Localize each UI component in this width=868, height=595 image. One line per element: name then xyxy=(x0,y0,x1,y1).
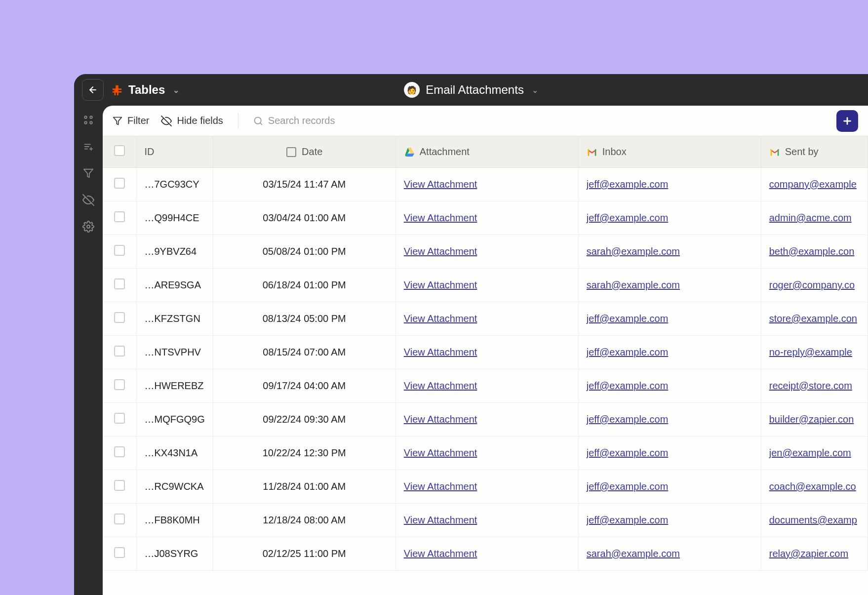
row-checkbox[interactable] xyxy=(114,514,125,524)
cell-id: …9YBVZ64 xyxy=(136,235,213,269)
sent-by-link[interactable]: company@example xyxy=(769,179,857,190)
cell-date: 03/15/24 11:47 AM xyxy=(213,168,395,201)
row-checkbox[interactable] xyxy=(114,379,125,390)
table-row[interactable]: …Q99H4CE 03/04/24 01:00 AM View Attachme… xyxy=(103,201,868,235)
toolbar: Filter Hide fields xyxy=(103,106,868,136)
view-attachment-link[interactable]: View Attachment xyxy=(404,481,477,492)
view-attachment-link[interactable]: View Attachment xyxy=(404,515,477,525)
view-attachment-link[interactable]: View Attachment xyxy=(404,179,477,190)
sent-by-link[interactable]: no-reply@example xyxy=(769,347,852,357)
view-attachment-link[interactable]: View Attachment xyxy=(404,347,477,357)
table-row[interactable]: …J08SYRG 02/12/25 11:00 PM View Attachme… xyxy=(103,537,868,571)
inbox-link[interactable]: jeff@example.com xyxy=(587,414,669,425)
row-checkbox[interactable] xyxy=(114,547,125,558)
apps-icon[interactable] xyxy=(82,114,95,126)
row-checkbox[interactable] xyxy=(114,346,125,357)
row-checkbox[interactable] xyxy=(114,446,125,457)
view-attachment-link[interactable]: View Attachment xyxy=(404,414,477,425)
table-row[interactable]: …KFZSTGN 08/13/24 05:00 PM View Attachme… xyxy=(103,302,868,336)
zapier-logo-icon xyxy=(112,84,122,95)
row-checkbox[interactable] xyxy=(114,211,125,222)
chevron-down-icon: ⌄ xyxy=(532,85,538,95)
table-row[interactable]: …7GC93CY 03/15/24 11:47 AM View Attachme… xyxy=(103,168,868,201)
table-row[interactable]: …9YBVZ64 05/08/24 01:00 PM View Attachme… xyxy=(103,235,868,269)
svg-point-2 xyxy=(90,116,92,119)
sent-by-link[interactable]: beth@example.con xyxy=(769,246,855,257)
col-header-inbox[interactable]: Inbox xyxy=(578,136,761,168)
row-checkbox[interactable] xyxy=(114,413,125,424)
sent-by-link[interactable]: coach@example.co xyxy=(769,481,856,492)
table-row[interactable]: …ARE9SGA 06/18/24 01:00 PM View Attachme… xyxy=(103,269,868,302)
add-record-button[interactable] xyxy=(836,110,858,132)
records-table: ID Date Attachment xyxy=(103,136,868,571)
view-attachment-link[interactable]: View Attachment xyxy=(404,313,477,324)
col-header-id[interactable]: ID xyxy=(136,136,213,168)
sent-by-link[interactable]: roger@company.co xyxy=(769,279,855,290)
row-checkbox[interactable] xyxy=(114,480,125,491)
cell-id: …ARE9SGA xyxy=(136,269,213,302)
sent-by-link[interactable]: store@example.con xyxy=(769,313,857,324)
inbox-link[interactable]: sarah@example.com xyxy=(587,246,680,257)
view-attachment-link[interactable]: View Attachment xyxy=(404,380,477,391)
view-attachment-link[interactable]: View Attachment xyxy=(404,279,477,290)
inbox-link[interactable]: jeff@example.com xyxy=(587,347,669,357)
col-header-sent-by[interactable]: Sent by xyxy=(761,136,868,168)
cell-date: 09/22/24 09:30 AM xyxy=(213,403,395,436)
row-checkbox[interactable] xyxy=(114,312,125,323)
sent-by-link[interactable]: jen@example.com xyxy=(769,447,851,458)
table-row[interactable]: …NTSVPHV 08/15/24 07:00 AM View Attachme… xyxy=(103,336,868,369)
filter-button[interactable]: Filter xyxy=(113,115,149,126)
select-all-checkbox[interactable] xyxy=(114,145,125,156)
table-wrap: ID Date Attachment xyxy=(103,136,868,595)
sent-by-link[interactable]: documents@examp xyxy=(769,515,857,525)
col-header-date[interactable]: Date xyxy=(213,136,395,168)
table-row[interactable]: …FB8K0MH 12/18/24 08:00 AM View Attachme… xyxy=(103,504,868,537)
view-attachment-link[interactable]: View Attachment xyxy=(404,447,477,458)
row-checkbox[interactable] xyxy=(114,245,125,256)
inbox-link[interactable]: sarah@example.com xyxy=(587,548,680,559)
search-input[interactable] xyxy=(268,115,416,126)
inbox-link[interactable]: jeff@example.com xyxy=(587,380,669,391)
hide-fields-button[interactable]: Hide fields xyxy=(161,115,223,126)
view-attachment-link[interactable]: View Attachment xyxy=(404,212,477,223)
table-title-block[interactable]: 🧑 Email Attachments ⌄ xyxy=(404,82,538,98)
sent-by-link[interactable]: receipt@store.com xyxy=(769,380,852,391)
cell-id: …Q99H4CE xyxy=(136,201,213,235)
cell-id: …FB8K0MH xyxy=(136,504,213,537)
inbox-link[interactable]: sarah@example.com xyxy=(587,279,680,290)
inbox-link[interactable]: jeff@example.com xyxy=(587,179,669,190)
table-row[interactable]: …MQFGQ9G 09/22/24 09:30 AM View Attachme… xyxy=(103,403,868,436)
sent-by-link[interactable]: admin@acme.com xyxy=(769,212,852,223)
inbox-link[interactable]: jeff@example.com xyxy=(587,481,669,492)
col-header-attachment[interactable]: Attachment xyxy=(395,136,578,168)
col-header-checkbox[interactable] xyxy=(103,136,136,168)
hide-icon[interactable] xyxy=(82,194,95,206)
inbox-link[interactable]: jeff@example.com xyxy=(587,313,669,324)
table-title: Email Attachments xyxy=(426,83,524,97)
back-button[interactable] xyxy=(82,79,104,101)
table-row[interactable]: …KX43N1A 10/22/24 12:30 PM View Attachme… xyxy=(103,436,868,470)
row-checkbox[interactable] xyxy=(114,278,125,289)
inbox-link[interactable]: jeff@example.com xyxy=(587,447,669,458)
cell-date: 11/28/24 01:00 AM xyxy=(213,470,395,504)
view-attachment-link[interactable]: View Attachment xyxy=(404,548,477,559)
section-title-block[interactable]: Tables ⌄ xyxy=(112,83,179,97)
inbox-link[interactable]: jeff@example.com xyxy=(587,515,669,525)
settings-icon[interactable] xyxy=(82,220,95,233)
svg-point-3 xyxy=(84,121,87,124)
search-box[interactable] xyxy=(253,115,825,126)
sent-by-link[interactable]: builder@zapier.con xyxy=(769,414,854,425)
cell-date: 08/15/24 07:00 AM xyxy=(213,336,395,369)
table-row[interactable]: …RC9WCKA 11/28/24 01:00 AM View Attachme… xyxy=(103,470,868,504)
filter-icon[interactable] xyxy=(82,167,95,180)
table-header-row: ID Date Attachment xyxy=(103,136,868,168)
main-area: Filter Hide fields xyxy=(74,106,868,595)
cell-date: 05/08/24 01:00 PM xyxy=(213,235,395,269)
table-row[interactable]: …HWEREBZ 09/17/24 04:00 AM View Attachme… xyxy=(103,369,868,403)
sent-by-link[interactable]: relay@zapier.com xyxy=(769,548,848,559)
inbox-link[interactable]: jeff@example.com xyxy=(587,212,669,223)
view-attachment-link[interactable]: View Attachment xyxy=(404,246,477,257)
cell-id: …KX43N1A xyxy=(136,436,213,470)
row-checkbox[interactable] xyxy=(114,178,125,189)
add-filter-icon[interactable] xyxy=(82,140,95,153)
